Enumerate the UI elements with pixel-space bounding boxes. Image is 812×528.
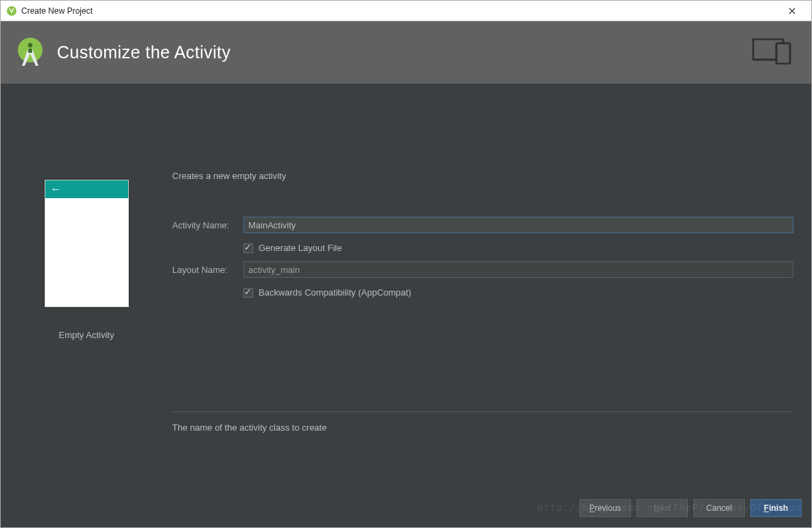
back-arrow-icon: ← bbox=[51, 184, 62, 195]
form-column: Creates a new empty activity Activity Na… bbox=[165, 100, 804, 527]
wizard-banner: Customize the Activity bbox=[1, 21, 811, 84]
generate-layout-checkbox[interactable] bbox=[243, 243, 253, 253]
next-button: Next bbox=[636, 499, 688, 517]
activity-preview: ← bbox=[45, 180, 129, 307]
preview-app-bar: ← bbox=[45, 180, 128, 198]
svg-rect-3 bbox=[28, 49, 32, 53]
form-factor-icon bbox=[752, 38, 792, 67]
backwards-compat-checkbox[interactable] bbox=[243, 288, 253, 298]
generate-layout-row: Generate Layout File bbox=[243, 243, 793, 253]
cancel-button[interactable]: Cancel bbox=[693, 499, 745, 517]
wizard-content: ← Empty Activity Creates a new empty act… bbox=[1, 84, 811, 527]
android-studio-icon bbox=[6, 5, 17, 16]
preview-column: ← Empty Activity bbox=[8, 100, 165, 527]
backwards-compat-label: Backwards Compatibility (AppCompat) bbox=[259, 287, 411, 298]
divider bbox=[172, 411, 793, 412]
close-icon[interactable] bbox=[778, 1, 806, 21]
layout-name-label: Layout Name: bbox=[172, 265, 243, 275]
svg-point-2 bbox=[28, 43, 32, 47]
preview-caption: Empty Activity bbox=[8, 330, 165, 340]
backwards-compat-row: Backwards Compatibility (AppCompat) bbox=[243, 287, 793, 298]
layout-name-input[interactable] bbox=[243, 261, 793, 278]
svg-rect-5 bbox=[776, 43, 790, 64]
window-title: Create New Project bbox=[21, 6, 93, 16]
banner-title: Customize the Activity bbox=[57, 43, 230, 62]
wizard-window: Create New Project Customize the Activit… bbox=[0, 0, 812, 528]
form-description: Creates a new empty activity bbox=[172, 171, 793, 181]
svg-point-0 bbox=[7, 6, 16, 16]
previous-button[interactable]: Previous bbox=[580, 499, 631, 517]
generate-layout-label: Generate Layout File bbox=[259, 243, 342, 253]
activity-name-input[interactable] bbox=[243, 217, 793, 233]
activity-name-row: Activity Name: bbox=[172, 217, 793, 233]
android-studio-logo-icon bbox=[13, 36, 47, 70]
form-hint: The name of the activity class to create bbox=[172, 422, 793, 433]
layout-name-row: Layout Name: bbox=[172, 261, 793, 278]
finish-button[interactable]: Finish bbox=[750, 499, 802, 517]
titlebar: Create New Project bbox=[1, 1, 811, 21]
activity-name-label: Activity Name: bbox=[172, 220, 243, 230]
wizard-footer: Previous Next Cancel Finish bbox=[1, 489, 811, 527]
